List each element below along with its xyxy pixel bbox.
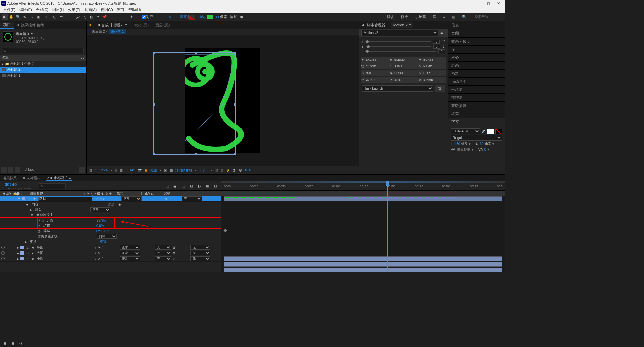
- rectangle-tool-icon[interactable]: ▢: [52, 14, 58, 20]
- menu-help[interactable]: 帮助(H): [126, 7, 143, 12]
- new-folder-icon[interactable]: [8, 167, 13, 173]
- workspace-default[interactable]: 默认: [387, 14, 394, 19]
- trkmat-select[interactable]: 无: [155, 251, 171, 255]
- align-tab[interactable]: 对齐: [448, 54, 505, 62]
- minimize-button[interactable]: ―: [473, 1, 483, 5]
- layer-row-3[interactable]: ▸ 3 ★ 大圆 ♀ ☀ / 正常 无 ⊚ 无: [0, 250, 221, 256]
- parent-select[interactable]: 无: [190, 245, 210, 250]
- project-search-input[interactable]: [3, 48, 84, 53]
- jump-button[interactable]: ⤴JUMP: [389, 63, 418, 69]
- menu-view[interactable]: 视图(V): [99, 7, 115, 12]
- trim-offset-property[interactable]: ◔ 偏移 0x +0.0°: [0, 228, 221, 234]
- layer-name-input[interactable]: [38, 197, 92, 201]
- library-tab[interactable]: 库: [448, 46, 505, 54]
- breadcrumb-parent[interactable]: 未标题-2: [92, 30, 105, 33]
- grid-icon[interactable]: ⊞: [115, 168, 117, 172]
- col-audio-icon[interactable]: 🔊: [5, 192, 8, 195]
- graph-editor-icon[interactable]: ⊞: [204, 183, 210, 189]
- font-style-select[interactable]: Regular: [451, 135, 502, 141]
- motion-tab[interactable]: Motion 2 ≡: [391, 22, 414, 28]
- trim-multi-select[interactable]: 同时: [97, 234, 117, 239]
- slider-2-value[interactable]: [433, 45, 440, 49]
- hand-tool-icon[interactable]: ✋: [8, 14, 14, 20]
- maximize-button[interactable]: ◻: [483, 1, 493, 6]
- project-tab[interactable]: 项目: [0, 22, 14, 29]
- orbit-tool-icon[interactable]: ⟲: [22, 14, 28, 20]
- layer-name[interactable]: 大圆: [37, 251, 90, 255]
- comp-flowchart-icon[interactable]: ⬚: [164, 183, 170, 189]
- menu-layer[interactable]: 图层(L): [50, 7, 66, 12]
- text-stroke-swatch[interactable]: [495, 129, 502, 134]
- project-column-header[interactable]: 名称⛶: [0, 55, 86, 61]
- layer-name[interactable]: 半圆: [37, 245, 90, 250]
- layer-name[interactable]: 小圆: [37, 256, 90, 261]
- va-value[interactable]: 0: [484, 148, 486, 151]
- trim-end-property[interactable]: ◔ 结束 0.0%: [0, 223, 221, 228]
- twirl-icon[interactable]: ▸: [17, 251, 19, 255]
- slider-3-value[interactable]: [438, 49, 445, 53]
- col-trkmat[interactable]: T TrkMat: [139, 192, 162, 195]
- info-panel-tab[interactable]: 信息: [448, 21, 505, 29]
- camera-tool-icon[interactable]: ▣: [35, 14, 41, 20]
- mountain-icon[interactable]: ⛰: [438, 31, 446, 35]
- wiggler-tab[interactable]: 摇摆器: [448, 94, 505, 102]
- current-time-display[interactable]: 00149: [5, 182, 31, 187]
- rotate-tool-icon[interactable]: ⊕: [29, 14, 35, 20]
- parent-pickwhip-icon[interactable]: ⊚: [164, 197, 167, 201]
- text-fill-swatch[interactable]: [487, 129, 494, 134]
- resolution-icon[interactable]: 🖵: [95, 168, 98, 172]
- layer-row-2[interactable]: ▸ 2 ★ 半圆 ♀ ☀ / 正常 无 ⊚ 无: [0, 245, 221, 250]
- transparency-icon[interactable]: ▦: [170, 168, 173, 172]
- bezier-icon[interactable]: ⤴: [160, 14, 166, 20]
- parent-select[interactable]: 无: [190, 256, 210, 261]
- parent-select[interactable]: 无: [190, 251, 210, 255]
- viewer-tab-comp[interactable]: ■ 合成 未标题-1 ≡: [98, 23, 127, 28]
- viewer-canvas[interactable]: [87, 35, 359, 166]
- clone-tool-icon[interactable]: ⎌: [82, 14, 88, 20]
- paragraph-tab[interactable]: 段落: [448, 110, 505, 118]
- workspace-standard[interactable]: 标准: [401, 14, 408, 19]
- puppet-tool-icon[interactable]: 📌: [102, 14, 108, 20]
- visibility-toggle-icon[interactable]: [1, 197, 5, 200]
- parent-pickwhip-icon[interactable]: ⊚: [173, 251, 175, 255]
- workspace-small[interactable]: 小屏幕: [415, 14, 426, 19]
- font-family-select[interactable]: OCR-A BT: [451, 128, 480, 134]
- parent-pickwhip-icon[interactable]: ⊚: [173, 246, 175, 249]
- motion-preset-select[interactable]: Motion v2: [361, 30, 438, 36]
- timeline-tracks[interactable]: [221, 196, 505, 272]
- twirl-icon[interactable]: ▸: [17, 257, 19, 261]
- task-delete-icon[interactable]: 🗑: [435, 85, 445, 92]
- layer-row-4[interactable]: ▸ 4 ★ 小圆 ♀ ☀ / 正常 无 ⊚ 无: [0, 256, 221, 262]
- project-comp-item[interactable]: 未标题-1: [0, 73, 86, 79]
- pen-tool-icon[interactable]: ✒: [58, 14, 64, 20]
- motion-blur-icon[interactable]: ◐: [196, 183, 202, 189]
- layer-color-swatch[interactable]: [20, 246, 24, 249]
- trim-start-property[interactable]: ◔ ⊵ 开始 99.3%: [0, 218, 221, 223]
- add-content-icon[interactable]: ◉: [118, 203, 121, 206]
- guides-icon[interactable]: ◫: [120, 168, 123, 172]
- stroke-width[interactable]: 80: [215, 15, 219, 19]
- shy-icon[interactable]: ⬚: [180, 183, 186, 189]
- view-options-icon[interactable]: ⊡: [215, 168, 218, 172]
- flowchart-icon[interactable]: ⛓: [238, 168, 242, 172]
- views-dropdown[interactable]: 1 个...: [199, 168, 208, 173]
- zoom-dropdown[interactable]: 25%: [101, 168, 108, 172]
- layer-color-swatch[interactable]: [20, 257, 24, 260]
- trkmat-select[interactable]: 无: [155, 256, 171, 261]
- layer-color-swatch[interactable]: [20, 251, 24, 255]
- twirl-down-icon[interactable]: ▼: [17, 197, 21, 201]
- font-size-value[interactable]: 150: [454, 142, 460, 146]
- roto-tool-icon[interactable]: ✦: [95, 14, 101, 20]
- timeline-tab-comp2[interactable]: ■ 未标题-2: [23, 176, 40, 181]
- motion-sketch-tab[interactable]: 动态草图: [448, 78, 505, 86]
- rope-button[interactable]: ∿ROPE: [418, 70, 446, 76]
- menu-animation[interactable]: 动画(A): [83, 7, 99, 12]
- delete-icon[interactable]: [79, 167, 85, 173]
- selection-bounding-box[interactable]: [153, 52, 236, 155]
- trim-start-value[interactable]: 99.3%: [97, 219, 106, 222]
- interpret-footage-icon[interactable]: [1, 167, 7, 173]
- slider-right-icon[interactable]: ›: [362, 49, 363, 53]
- col-lock-icon[interactable]: 🔒: [11, 192, 15, 195]
- stopwatch-icon[interactable]: ◔: [38, 224, 41, 228]
- brush-tool-icon[interactable]: 🖌: [75, 14, 81, 20]
